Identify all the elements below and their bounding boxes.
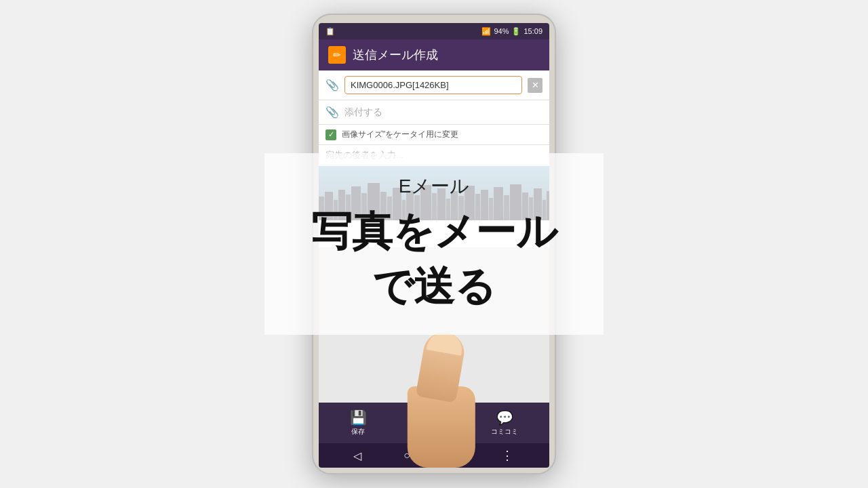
center-overlay: Eメール 写真をメールで送る [264, 153, 604, 335]
attachment-filename[interactable]: KIMG0006.JPG[1426KB] [344, 76, 522, 94]
background: 📋 📶 94% 🔋 15:09 ✏ 送信メール作成 📎 KI [0, 0, 868, 488]
compose-icon: ✏ [328, 46, 346, 64]
title-bar: ✏ 送信メール作成 [319, 39, 549, 70]
komikomi-label: コミコミ [491, 427, 518, 436]
status-right: 📶 94% 🔋 15:09 [481, 27, 542, 36]
time-display: 15:09 [524, 27, 542, 35]
paperclip-icon-1: 📎 [326, 79, 339, 92]
save-label: 保存 [351, 427, 365, 436]
battery-percent: 94% [494, 27, 509, 35]
komikomi-icon: 💬 [496, 409, 513, 426]
overlay-subtitle: Eメール [305, 174, 563, 199]
more-nav-button[interactable]: ⋮ [501, 448, 515, 463]
finger-overlay [421, 332, 475, 468]
status-bar: 📋 📶 94% 🔋 15:09 [319, 23, 549, 39]
signal-icon: 📶 [481, 27, 491, 36]
attachment-placeholder: 添付する [344, 106, 382, 119]
clear-attachment-button[interactable]: ✕ [528, 78, 542, 93]
back-nav-button[interactable]: ◁ [353, 449, 361, 462]
status-left: 📋 [326, 27, 335, 36]
komikomi-button[interactable]: 💬 コミコミ [491, 409, 518, 436]
attachment-row-2[interactable]: 📎 添付する [319, 100, 549, 125]
checkbox-icon[interactable]: ✓ [326, 129, 336, 140]
image-size-label: 画像サイズ"をケータイ用に変更 [342, 129, 458, 140]
save-icon: 💾 [350, 409, 367, 426]
notification-icon: 📋 [326, 27, 335, 36]
battery-icon: 🔋 [511, 27, 521, 36]
screen-title: 送信メール作成 [353, 47, 438, 63]
save-button[interactable]: 💾 保存 [350, 409, 367, 436]
overlay-title: 写真をメールで送る [305, 205, 563, 314]
attachment-row-1: 📎 KIMG0006.JPG[1426KB] ✕ [319, 70, 549, 100]
image-size-row[interactable]: ✓ 画像サイズ"をケータイ用に変更 [319, 125, 549, 145]
paperclip-icon-2: 📎 [326, 106, 339, 119]
